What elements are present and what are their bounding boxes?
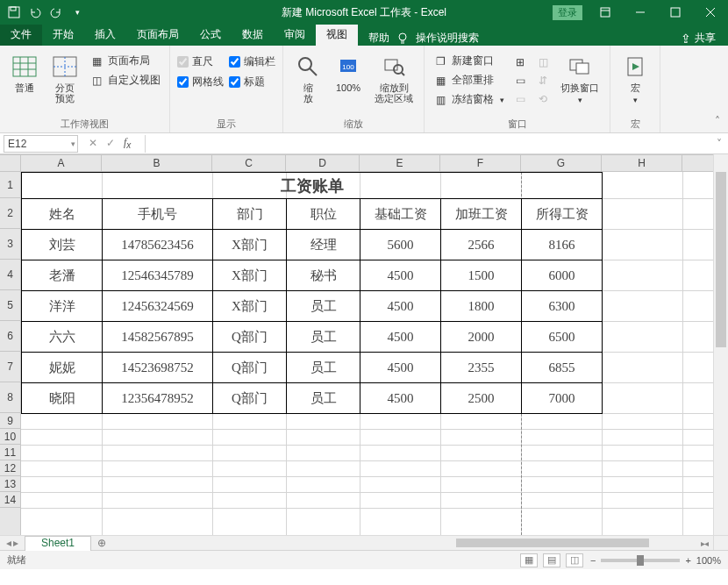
redo-icon[interactable] [49, 5, 63, 19]
zoom-100-button[interactable]: 100 100% [331, 49, 366, 96]
row-header-8[interactable]: 8 [0, 382, 20, 413]
tab-view[interactable]: 视图 [316, 24, 358, 46]
statusbar-pagelayout-icon[interactable]: ▤ [543, 553, 560, 567]
formula-input[interactable] [145, 135, 710, 153]
close-icon[interactable] [693, 0, 728, 25]
col-header-B[interactable]: B [102, 155, 212, 171]
group-window: ❐新建窗口 ▦全部重排 ▥冻结窗格▾ ⊞ ▭ ▭ ◫ ⇵ ⟲ 切换窗口 ▾ 窗口 [425, 46, 610, 132]
freeze-panes-button[interactable]: ▥冻结窗格▾ [432, 91, 506, 108]
zoom-out-icon[interactable]: − [590, 555, 596, 566]
hscroll-right-icon[interactable]: ▸ [696, 539, 710, 548]
hide-button[interactable]: ▭ [511, 73, 529, 89]
view-sidebyside-button[interactable]: ◫ [534, 54, 552, 70]
select-all-corner[interactable] [0, 154, 21, 172]
pagelayout-view-button[interactable]: ▦页面布局 [88, 53, 162, 69]
headings-checkbox[interactable]: 标题 [229, 75, 275, 89]
row-header-1[interactable]: 1 [0, 172, 20, 198]
collapse-ribbon-icon[interactable]: ˄ [707, 46, 728, 132]
maximize-icon[interactable] [658, 0, 693, 25]
new-window-button[interactable]: ❐新建窗口 [432, 53, 506, 69]
zoom-slider[interactable] [601, 559, 680, 562]
zoom-percent[interactable]: 100% [696, 555, 721, 566]
expand-formula-bar-icon[interactable]: ˅ [710, 138, 728, 150]
group-zoom-label: 缩放 [344, 116, 363, 132]
statusbar-pagebreak-icon[interactable]: ◫ [566, 553, 583, 567]
undo-icon[interactable] [28, 5, 42, 19]
hide-icon: ▭ [513, 74, 527, 88]
name-box-dropdown-icon[interactable]: ▾ [71, 139, 75, 148]
row-header-4[interactable]: 4 [0, 260, 20, 290]
formulabar-checkbox[interactable]: 编辑栏 [229, 54, 275, 69]
normal-view-button[interactable]: 普通 [7, 49, 42, 96]
zoom-100-icon: 100 [334, 53, 362, 81]
split-button[interactable]: ⊞ [511, 54, 529, 70]
save-icon[interactable] [7, 5, 21, 19]
switch-window-button[interactable]: 切换窗口 ▾ [557, 49, 603, 109]
row-header-14[interactable]: 14 [0, 492, 20, 508]
col-header-H[interactable]: H [602, 155, 682, 171]
vscroll-thumb[interactable] [716, 172, 726, 347]
qat-more-icon[interactable]: ▾ [70, 5, 84, 19]
zoom-button[interactable]: 缩 放 [290, 49, 325, 107]
gridlines-label: 网格线 [192, 75, 224, 89]
share-button[interactable]: ⇪共享 [681, 31, 728, 46]
add-sheet-button[interactable]: ⊕ [91, 537, 112, 549]
name-box[interactable]: E12▾ [4, 135, 78, 153]
ribbon-options-icon[interactable] [588, 0, 623, 25]
tab-insert[interactable]: 插入 [84, 24, 126, 46]
tab-layout[interactable]: 页面布局 [126, 24, 189, 46]
arrange-all-button[interactable]: ▦全部重排 [432, 72, 506, 89]
col-header-D[interactable]: D [286, 155, 360, 171]
row-header-9[interactable]: 9 [0, 413, 20, 429]
zoom-in-icon[interactable]: + [685, 555, 690, 566]
col-header-E[interactable]: E [360, 155, 440, 171]
macros-button[interactable]: 宏 ▾ [617, 49, 653, 109]
custom-view-icon: ◫ [89, 74, 103, 88]
row-header-6[interactable]: 6 [0, 321, 20, 352]
login-button[interactable]: 登录 [553, 5, 582, 20]
sheet-area: ABCDEFGH 1234567891011121314 工资账单姓名手机号部门… [0, 154, 728, 550]
custom-view-button[interactable]: ◫自定义视图 [88, 72, 162, 89]
tab-home[interactable]: 开始 [42, 24, 84, 46]
col-header-F[interactable]: F [440, 155, 521, 171]
tell-me-search[interactable]: 操作说明搜索 [416, 31, 479, 46]
reset-window-button[interactable]: ⟲ [534, 91, 552, 107]
vertical-scrollbar[interactable] [713, 154, 728, 535]
statusbar-normal-icon[interactable]: ▦ [520, 553, 538, 567]
gridlines-checkbox[interactable]: 网格线 [177, 75, 224, 89]
scroll-corner [713, 535, 728, 550]
fx-icon[interactable]: fx [124, 136, 131, 150]
row-header-2[interactable]: 2 [0, 198, 20, 229]
row-header-10[interactable]: 10 [0, 429, 20, 445]
row-header-3[interactable]: 3 [0, 229, 20, 260]
sync-scroll-icon: ⇵ [536, 74, 550, 88]
col-header-G[interactable]: G [521, 155, 602, 171]
switch-window-icon [566, 53, 594, 81]
new-window-icon: ❐ [433, 54, 447, 68]
unhide-button[interactable]: ▭ [511, 91, 529, 107]
tab-help[interactable]: 帮助 [368, 31, 389, 46]
row-header-12[interactable]: 12 [0, 460, 20, 476]
enter-formula-icon[interactable]: ✓ [106, 137, 115, 149]
cell-grid[interactable]: 工资账单姓名手机号部门职位基础工资加班工资所得工资刘芸14785623456X部… [21, 172, 713, 535]
cancel-formula-icon[interactable]: ✕ [89, 137, 97, 149]
tab-file[interactable]: 文件 [0, 24, 42, 46]
row-header-11[interactable]: 11 [0, 445, 20, 460]
sync-scroll-button[interactable]: ⇵ [534, 73, 552, 89]
tab-review[interactable]: 审阅 [274, 24, 316, 46]
col-header-A[interactable]: A [21, 155, 102, 171]
sheet-nav[interactable]: ◂▸ [0, 537, 25, 549]
hscroll-thumb[interactable] [456, 539, 649, 547]
tab-data[interactable]: 数据 [232, 24, 274, 46]
row-header-13[interactable]: 13 [0, 476, 20, 492]
row-header-5[interactable]: 5 [0, 290, 20, 321]
minimize-icon[interactable] [623, 0, 658, 25]
col-header-C[interactable]: C [212, 155, 286, 171]
zoom-selection-button[interactable]: 缩放到 选定区域 [371, 49, 417, 107]
group-show: 直尺 网格线 编辑栏 标题 显示 [170, 46, 283, 132]
pagebreak-view-button[interactable]: 分页 预览 [47, 49, 82, 107]
ruler-checkbox[interactable]: 直尺 [177, 54, 224, 69]
tab-formulas[interactable]: 公式 [189, 24, 232, 46]
row-header-7[interactable]: 7 [0, 352, 20, 382]
sheet-tab[interactable]: Sheet1 [25, 536, 91, 551]
